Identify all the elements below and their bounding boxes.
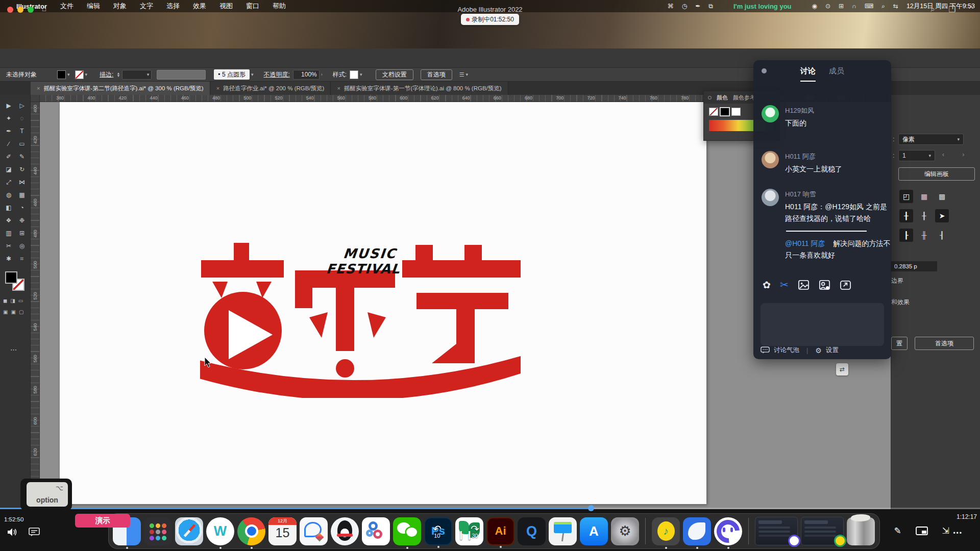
perspective-grid-tool-icon[interactable]: ⌗ xyxy=(15,252,29,265)
white-swatch[interactable] xyxy=(731,108,741,116)
artboard-number-field[interactable]: 1 ▾ xyxy=(898,150,935,161)
direct-selection-tool-icon[interactable]: ▷ xyxy=(15,99,29,112)
chat-input[interactable] xyxy=(761,303,884,346)
vertical-ruler[interactable]: 400420440460480500520540560580600620640 xyxy=(31,102,40,509)
more-options-icon[interactable]: ••• xyxy=(953,530,963,537)
skip-back-control[interactable]: ↶10 xyxy=(433,525,442,539)
close-icon[interactable]: × xyxy=(337,85,340,91)
edit-toolbar-icon[interactable]: ⋯ xyxy=(10,346,17,354)
gradient-mode-icon[interactable]: ◨ xyxy=(10,298,15,304)
expand-chevron-icon[interactable]: › xyxy=(321,72,323,77)
fill-color-swatch[interactable] xyxy=(57,70,66,79)
stroke-weight-field[interactable]: ▾ xyxy=(122,70,152,80)
dock-trash[interactable] xyxy=(847,517,875,545)
graph-tool-icon[interactable]: ▥ xyxy=(2,227,15,239)
dropdown-caret-icon[interactable]: ▾ xyxy=(67,72,70,77)
scale-tool-icon[interactable]: ⤢ xyxy=(2,176,15,188)
tab-discussion[interactable]: 讨论 xyxy=(800,66,816,82)
rectangle-tool-icon[interactable]: ▭ xyxy=(15,137,29,150)
dock-keynote[interactable] xyxy=(549,517,577,545)
tab-members[interactable]: 成员 xyxy=(829,66,844,82)
dock-app-store[interactable]: A xyxy=(580,517,608,545)
avatar-image-icon[interactable] xyxy=(819,279,830,291)
dock-qq[interactable] xyxy=(331,517,359,545)
document-tab[interactable]: ×摇醒实验室字体课-第二节(路径造字).ai* @ 300 % (RGB/预览) xyxy=(31,82,210,95)
snap-to-grid-icon[interactable]: ┠ xyxy=(899,229,913,242)
style-swatch[interactable] xyxy=(350,70,358,79)
share-icon[interactable] xyxy=(840,279,851,291)
settings-button[interactable]: 设置 xyxy=(826,346,839,355)
eyedropper-tool-icon[interactable]: ◔ xyxy=(15,201,29,214)
pencil-tool-icon[interactable]: ✎ xyxy=(15,150,29,163)
dropdown-caret-icon[interactable]: ▾ xyxy=(147,72,150,77)
stroke-stepper[interactable]: ▲▼ xyxy=(116,72,120,77)
line-segment-tool-icon[interactable]: ∕ xyxy=(2,137,15,150)
dock-w-app[interactable]: W xyxy=(206,517,234,545)
dock-chrome[interactable] xyxy=(237,517,265,545)
slice-tool-icon[interactable]: ✂ xyxy=(2,239,15,252)
demo-button[interactable]: 演示 xyxy=(75,514,130,528)
caption-icon[interactable] xyxy=(29,528,40,537)
minimized-window-thumb[interactable] xyxy=(755,517,798,545)
width-tool-icon[interactable]: ⋈ xyxy=(15,176,29,188)
document-setup-clipped-button[interactable]: 置 xyxy=(891,337,908,350)
stroke-weight-label[interactable]: 描边: xyxy=(100,70,113,79)
black-swatch[interactable] xyxy=(720,108,729,116)
preferences-button[interactable]: 首选项 xyxy=(421,69,452,80)
none-mode-icon[interactable]: ▭ xyxy=(18,298,23,304)
snap-to-point-icon[interactable]: ┨ xyxy=(935,229,949,242)
paintbrush-tool-icon[interactable]: ✐ xyxy=(2,150,15,163)
music-festival-logo[interactable]: MUSIC FESTIVAL xyxy=(200,240,527,398)
dock-quicktime[interactable]: Q xyxy=(518,517,546,545)
skip-forward-control[interactable]: ↷30 xyxy=(471,525,479,539)
dock-illustrator[interactable]: Ai xyxy=(486,517,514,545)
lock-guides-icon[interactable]: ╂ xyxy=(917,209,931,222)
dock-chat-app[interactable] xyxy=(300,517,328,545)
dock-eagle-app[interactable] xyxy=(683,517,711,545)
zoom-tool-icon[interactable]: ◎ xyxy=(15,239,29,252)
recording-indicator[interactable]: 录制中01:52:50 xyxy=(461,14,519,25)
volume-icon[interactable] xyxy=(7,528,17,537)
bubble-toggle[interactable]: 讨论气泡 xyxy=(774,346,799,355)
color-mode-icon[interactable]: ◼ xyxy=(3,298,7,304)
show-guides-icon[interactable]: ╂ xyxy=(899,209,913,222)
keyline-value-field[interactable]: 0.2835 p xyxy=(891,261,937,271)
close-icon[interactable]: × xyxy=(216,85,219,91)
video-progress-knob[interactable] xyxy=(588,505,594,511)
magic-wand-tool-icon[interactable]: ✦ xyxy=(2,112,15,124)
type-tool-icon[interactable]: T xyxy=(15,124,29,137)
document-tab[interactable]: ×摇醒实验室字体课-第一节(字体理论).ai @ 800 % (RGB/预览) xyxy=(331,82,508,95)
dock-wechat[interactable] xyxy=(393,517,421,545)
document-tab[interactable]: ×路径造字作业.ai* @ 200 % (RGB/预览) xyxy=(210,82,331,95)
preferences-button-right[interactable]: 首选项 xyxy=(915,337,974,350)
align-options-icon[interactable]: ☰ xyxy=(459,71,464,78)
dock-system-settings[interactable]: ⚙ xyxy=(611,517,639,545)
panel-collapse-icon[interactable]: ⇄ xyxy=(836,363,848,375)
dropdown-caret-icon[interactable]: ▾ xyxy=(360,72,362,77)
variable-width-profile-field[interactable] xyxy=(157,70,206,80)
none-swatch[interactable] xyxy=(709,108,718,116)
dock-qq-music[interactable]: ♪ xyxy=(652,517,680,545)
dock-calendar[interactable]: 12月15 xyxy=(268,517,297,545)
tab-color[interactable]: 颜色 xyxy=(717,94,728,102)
show-rulers-icon[interactable]: ◰ xyxy=(899,190,913,203)
image-icon[interactable] xyxy=(798,279,810,291)
artboard-nav-arrows[interactable]: ‹ › xyxy=(942,151,972,158)
dropdown-caret-icon[interactable]: ▾ xyxy=(85,72,88,77)
collapse-chevron-icon[interactable]: ^ xyxy=(969,5,973,14)
brush-definition-field[interactable]: • 5 点圆形 xyxy=(214,69,250,80)
draw-behind-icon[interactable]: ▣ xyxy=(11,309,15,315)
dock-safari[interactable] xyxy=(175,517,203,545)
artboard-tool-icon[interactable]: ⊞ xyxy=(15,227,29,239)
fill-proxy-swatch[interactable] xyxy=(5,271,17,284)
stroke-color-swatch[interactable] xyxy=(75,70,84,79)
flower-sticker-icon[interactable]: ✿ xyxy=(763,279,771,291)
draw-normal-icon[interactable]: ▣ xyxy=(3,309,8,315)
snap-to-pixel-icon[interactable]: ╫ xyxy=(917,229,931,242)
dock-rings-app[interactable] xyxy=(362,517,390,545)
shape-builder-tool-icon[interactable]: ◍ xyxy=(2,188,15,201)
opacity-field[interactable]: 100% xyxy=(293,70,320,80)
pencil-icon[interactable]: ✎ xyxy=(894,525,901,536)
opacity-label[interactable]: 不透明度: xyxy=(263,70,289,79)
lasso-tool-icon[interactable]: ◌ xyxy=(15,112,29,124)
